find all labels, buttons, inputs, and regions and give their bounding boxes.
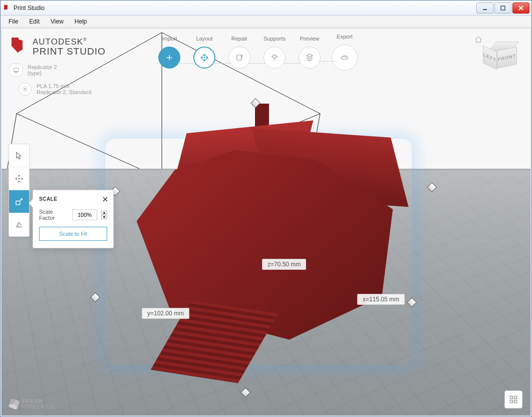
svg-point-4 <box>24 88 26 90</box>
step-label-export: Export <box>327 34 362 42</box>
spark-powered-badge: SPARK POWERED <box>10 398 55 409</box>
menu-view[interactable]: View <box>46 17 69 27</box>
printer-selector[interactable]: Replicator 2 {type} <box>10 64 57 77</box>
dimension-y: y=102.00 mm <box>142 308 189 319</box>
scale-to-fit-button[interactable]: Scale to Fit <box>39 227 107 241</box>
scale-factor-label: Scale Factor <box>39 209 68 221</box>
home-icon[interactable] <box>474 36 482 46</box>
step-export-button[interactable] <box>332 45 358 71</box>
window-close-button[interactable] <box>512 3 529 14</box>
layflat-tool-button[interactable] <box>9 213 29 236</box>
dimension-z: z=70.50 mm <box>262 259 306 270</box>
printer-type-hint: {type} <box>28 70 57 76</box>
brand-line1: AUTODESK <box>33 37 83 47</box>
step-label-layout: Layout <box>187 36 222 44</box>
step-label-preview: Preview <box>292 36 327 44</box>
dimension-x: x=115.05 mm <box>357 294 405 305</box>
app-icon <box>3 4 11 12</box>
close-icon[interactable] <box>102 195 108 204</box>
window-maximize-button[interactable] <box>494 3 511 14</box>
transform-toolbar <box>9 144 30 237</box>
svg-point-8 <box>19 178 20 179</box>
svg-rect-7 <box>342 57 348 60</box>
printer-icon <box>10 64 23 77</box>
printer-name: Replicator 2 <box>28 64 57 70</box>
scale-step-down-button[interactable]: ▼ <box>101 215 107 219</box>
material-line1: PLA 1.75 mm <box>37 83 91 89</box>
material-selector[interactable]: PLA 1.75 mm Replicator 2, Standard <box>19 83 91 96</box>
scale-panel: SCALE Scale Factor ▲ ▼ Scale to Fit <box>33 190 114 248</box>
spark-text-2: POWERED <box>22 404 55 409</box>
svg-point-5 <box>204 57 205 58</box>
material-line2: Replicator 2, Standard <box>37 89 91 95</box>
app-viewport: AUTODESK® PRINT STUDIO Replicator 2 {typ… <box>1 28 531 416</box>
svg-rect-2 <box>14 68 18 72</box>
gear-icon <box>19 83 32 96</box>
menu-file[interactable]: File <box>4 17 23 27</box>
svg-rect-11 <box>514 396 517 398</box>
menu-help[interactable]: Help <box>70 17 92 27</box>
svg-rect-10 <box>510 396 512 398</box>
viewcube[interactable]: LEFT FRONT <box>482 42 518 72</box>
brand-registered: ® <box>83 37 87 42</box>
svg-rect-1 <box>501 6 505 10</box>
move-tool-button[interactable] <box>9 167 29 190</box>
step-supports-button[interactable] <box>263 47 286 69</box>
svg-rect-6 <box>237 55 241 61</box>
svg-rect-12 <box>510 400 512 403</box>
scale-factor-input[interactable] <box>72 209 97 220</box>
svg-rect-9 <box>16 201 20 205</box>
step-label-supports: Supports <box>257 36 292 44</box>
window-minimize-button[interactable] <box>476 3 493 14</box>
step-label-import: Import <box>152 36 187 44</box>
window-titlebar: Print Studio <box>1 1 531 16</box>
menu-edit[interactable]: Edit <box>24 17 45 27</box>
window-title: Print Studio <box>14 5 475 12</box>
spark-text-1: SPARK <box>22 398 55 404</box>
select-tool-button[interactable] <box>9 144 29 167</box>
scale-step-up-button[interactable]: ▲ <box>101 211 107 215</box>
step-repair-button[interactable] <box>228 47 250 69</box>
step-import-button[interactable] <box>158 47 180 69</box>
svg-rect-3 <box>15 72 18 73</box>
layout-grid-button[interactable] <box>504 390 522 408</box>
workflow-steps: Import Layout Repair Supports Preview Ex… <box>152 34 362 71</box>
scale-tool-button[interactable] <box>9 190 29 213</box>
brand-line2: PRINT STUDIO <box>33 47 106 57</box>
spark-logo-icon <box>8 398 20 409</box>
brand-block: AUTODESK® PRINT STUDIO <box>10 37 106 58</box>
scale-panel-title: SCALE <box>39 196 107 202</box>
step-layout-button[interactable] <box>193 47 215 69</box>
menubar: File Edit View Help <box>1 16 531 28</box>
viewcube-front-face[interactable]: FRONT <box>497 47 517 69</box>
step-preview-button[interactable] <box>299 47 321 69</box>
svg-rect-13 <box>514 400 517 403</box>
brand-logo-icon <box>10 37 28 58</box>
step-label-repair: Repair <box>222 36 257 44</box>
